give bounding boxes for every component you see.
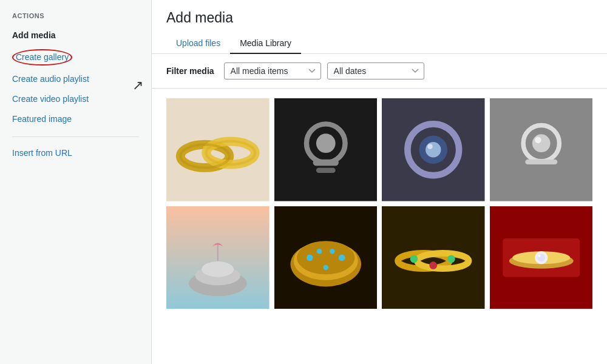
- sidebar-item-featured-image[interactable]: Featured image: [0, 109, 151, 129]
- tab-upload-files[interactable]: Upload files: [166, 33, 230, 54]
- svg-point-14: [427, 144, 432, 149]
- svg-point-30: [316, 248, 321, 253]
- media-item[interactable]: [382, 206, 485, 309]
- media-grid-container: [152, 89, 607, 364]
- tab-media-library[interactable]: Media Library: [230, 33, 301, 54]
- media-item[interactable]: [490, 98, 593, 201]
- svg-point-46: [538, 254, 540, 257]
- media-grid: [166, 98, 592, 309]
- sidebar: Actions Add media Create gallery Create …: [0, 0, 152, 364]
- media-item[interactable]: [274, 206, 378, 309]
- svg-point-37: [410, 255, 418, 263]
- sidebar-divider: [12, 136, 139, 137]
- svg-point-18: [535, 137, 541, 144]
- svg-point-7: [316, 133, 335, 153]
- svg-point-17: [532, 134, 550, 152]
- media-item[interactable]: [166, 206, 270, 309]
- svg-point-33: [323, 265, 328, 269]
- media-item[interactable]: [274, 98, 378, 201]
- filter-area: Filter media All media items Images Audi…: [152, 54, 607, 89]
- media-item[interactable]: [166, 98, 270, 201]
- sidebar-add-media: Add media: [0, 25, 151, 46]
- filter-date-select[interactable]: All dates 2024 2023 2022: [327, 62, 424, 79]
- sidebar-insert-from-url[interactable]: Insert from URL: [0, 144, 151, 161]
- sidebar-item-create-gallery[interactable]: Create gallery: [0, 46, 151, 69]
- sidebar-item-create-video-playlist[interactable]: Create video playlist: [0, 89, 151, 109]
- svg-point-32: [338, 254, 345, 261]
- media-item[interactable]: [382, 98, 485, 201]
- svg-point-13: [426, 142, 441, 157]
- svg-rect-8: [313, 160, 338, 166]
- page-title: Add media: [166, 10, 592, 26]
- svg-rect-19: [525, 160, 557, 164]
- svg-point-38: [429, 261, 437, 269]
- filter-label: Filter media: [166, 66, 214, 76]
- circle-highlight: Create gallery: [12, 49, 72, 66]
- tab-bar: Upload files Media Library: [166, 33, 592, 53]
- svg-point-29: [306, 254, 313, 261]
- svg-point-31: [330, 248, 334, 253]
- media-item[interactable]: [490, 206, 593, 309]
- sidebar-item-create-audio-playlist[interactable]: Create audio playlist: [0, 69, 151, 89]
- main-content: Add media Upload files Media Library Fil…: [152, 0, 607, 364]
- main-header: Add media Upload files Media Library: [152, 0, 607, 54]
- filter-type-select[interactable]: All media items Images Audio Video: [224, 62, 321, 79]
- svg-rect-9: [316, 167, 335, 172]
- svg-point-23: [202, 261, 234, 277]
- svg-point-39: [447, 255, 455, 263]
- actions-label: Actions: [0, 12, 151, 25]
